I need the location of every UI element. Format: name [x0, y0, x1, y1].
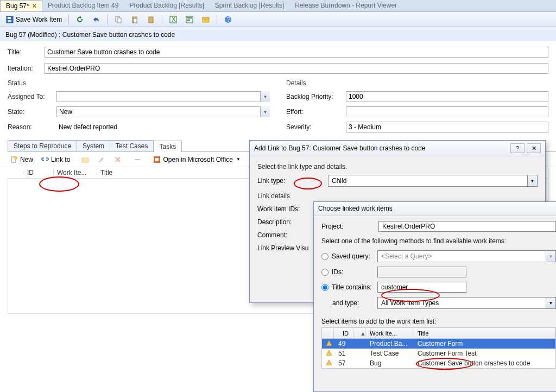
svg-text:?: ?	[227, 16, 231, 23]
link-type-select[interactable]: Child ▼	[328, 175, 538, 187]
help-button[interactable]: ?	[222, 14, 235, 25]
svg-rect-2	[8, 20, 11, 22]
paste-icon	[130, 15, 139, 24]
clipboard-icon	[147, 15, 155, 24]
tab-pbi49[interactable]: Product Backlog Item 49	[42, 0, 124, 11]
form-area: Title: Iteration: Status Assigned To: ▼ …	[0, 41, 556, 137]
mail-icon	[201, 15, 210, 24]
office-icon	[153, 155, 161, 164]
svg-point-17	[14, 156, 17, 160]
tab-backlog[interactable]: Product Backlog [Results]	[124, 0, 209, 11]
result-row[interactable]: 51 Test Case Customer Form Test	[322, 349, 555, 358]
chevron-down-icon[interactable]: ▼	[260, 106, 270, 117]
results-grid: ID▲ Work Ite... Title 49 Product Ba... C…	[321, 327, 556, 369]
result-row[interactable]: 57 Bug Customer Save button crashes to c…	[322, 358, 555, 368]
link-to-button[interactable]: Link to	[39, 154, 72, 165]
svg-rect-12	[187, 20, 190, 21]
col-title[interactable]: Title	[413, 328, 555, 338]
refresh-button[interactable]	[73, 14, 86, 25]
title-contains-radio[interactable]	[321, 284, 328, 291]
svg-text:X: X	[172, 16, 176, 23]
saved-query-select[interactable]: <Select a Query>▼	[377, 250, 556, 262]
results-label: Select items to add to the work item lis…	[321, 318, 556, 325]
svg-rect-1	[8, 17, 11, 19]
saved-query-radio[interactable]	[321, 253, 328, 260]
close-button[interactable]: ✕	[527, 143, 541, 153]
close-icon[interactable]: ×	[33, 2, 36, 10]
svg-rect-21	[155, 158, 159, 161]
workitemids-label: Work item IDs:	[257, 205, 323, 213]
effort-input[interactable]	[346, 106, 548, 117]
link-icon	[41, 155, 49, 164]
iteration-label: Iteration:	[8, 65, 45, 72]
undo-icon	[92, 15, 100, 24]
open-office-button[interactable]: Open in Microsoft Office▼	[150, 154, 242, 165]
project-icon	[185, 15, 194, 24]
iteration-input[interactable]	[45, 63, 548, 74]
chevron-down-icon[interactable]: ▼	[546, 251, 555, 262]
edit-button[interactable]	[95, 154, 108, 165]
tab-burndown[interactable]: Release Burndown - Report Viewer	[289, 0, 402, 11]
excel-button[interactable]: X	[167, 14, 180, 25]
priority-input[interactable]	[346, 91, 548, 102]
title-contains-input[interactable]	[377, 282, 466, 293]
help-button[interactable]: ?	[510, 143, 525, 153]
assigned-to-combo[interactable]	[56, 91, 270, 102]
svg-rect-4	[117, 18, 121, 23]
status-header: Status	[8, 79, 270, 87]
copy-icon	[114, 15, 123, 24]
outlook-button[interactable]	[199, 14, 212, 25]
delete-icon	[113, 155, 122, 164]
severity-input[interactable]	[346, 122, 548, 132]
col-id[interactable]: ID	[24, 168, 54, 178]
col-type[interactable]: Work Ite...	[54, 168, 97, 178]
warning-icon	[326, 350, 332, 356]
svg-rect-19	[135, 159, 140, 160]
tab-tasks[interactable]: Tasks	[153, 141, 182, 152]
delete-button[interactable]	[111, 154, 124, 165]
tab-testcases[interactable]: Test Cases	[110, 140, 154, 151]
copy-button[interactable]	[112, 14, 125, 25]
paste-button[interactable]	[128, 14, 141, 25]
description-label: Description:	[257, 218, 323, 226]
chevron-down-icon[interactable]: ▼	[260, 91, 270, 102]
tab-system[interactable]: System	[77, 140, 110, 151]
result-row[interactable]: 49 Product Ba... Customer Form	[322, 339, 555, 349]
choose-linked-dialog: Choose linked work items Project: Select…	[313, 201, 556, 392]
tab-bug57[interactable]: Bug 57*×	[0, 0, 42, 11]
tab-sprint[interactable]: Sprint Backlog [Results]	[210, 0, 289, 11]
title-label: Title:	[8, 48, 45, 56]
workitem-header: Bug 57 (Modified) : Customer Save button…	[0, 27, 556, 41]
tab-steps[interactable]: Steps to Reproduce	[8, 140, 77, 151]
refresh-icon	[75, 15, 84, 24]
ids-input[interactable]	[377, 267, 466, 277]
warning-icon	[326, 360, 332, 365]
link-details-header: Link details	[257, 192, 538, 200]
open-button[interactable]	[79, 154, 92, 165]
chevron-down-icon[interactable]: ▼	[546, 298, 555, 308]
severity-label: Severity:	[286, 123, 346, 131]
save-icon	[5, 15, 14, 24]
title-contains-label: Title contains:	[332, 283, 372, 291]
svg-rect-6	[134, 18, 137, 23]
new-link-button[interactable]: New	[8, 154, 35, 165]
dialog-titlebar[interactable]: Add Link to Bug 57: Customer Save button…	[250, 141, 545, 156]
col-id[interactable]: ID▲	[334, 328, 365, 338]
project-button[interactable]	[183, 14, 196, 25]
collapse-icon	[133, 155, 142, 164]
undo-button[interactable]	[90, 14, 103, 25]
state-label: State:	[8, 108, 56, 116]
title-input[interactable]	[45, 47, 548, 58]
comment-label: Comment:	[257, 231, 323, 239]
collapse-button[interactable]	[131, 154, 144, 165]
project-input[interactable]	[378, 221, 556, 232]
dialog-titlebar[interactable]: Choose linked work items	[314, 202, 556, 216]
state-combo[interactable]	[56, 106, 270, 117]
link-type-label: Link type:	[257, 177, 323, 185]
and-type-select[interactable]: All Work Item Types▼	[377, 297, 556, 309]
clipboard-button[interactable]	[144, 14, 157, 25]
chevron-down-icon[interactable]: ▼	[527, 175, 537, 186]
ids-radio[interactable]	[321, 269, 328, 276]
col-type[interactable]: Work Ite...	[365, 328, 413, 338]
save-workitem-button[interactable]: Save Work Item	[3, 14, 64, 25]
